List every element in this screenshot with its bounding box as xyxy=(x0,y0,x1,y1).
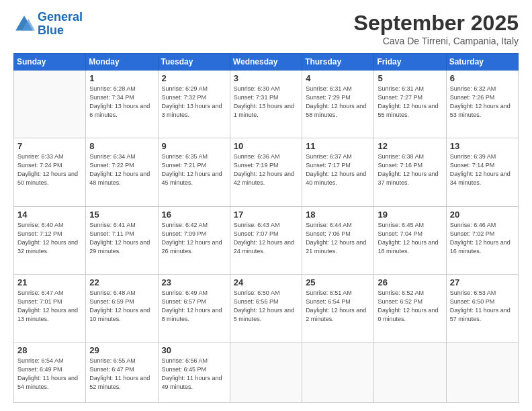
month-title: September 2025 xyxy=(354,11,519,36)
day-info: Sunrise: 6:42 AM Sunset: 7:09 PM Dayligh… xyxy=(162,221,226,256)
calendar-cell: 1Sunrise: 6:28 AM Sunset: 7:34 PM Daylig… xyxy=(86,71,158,138)
calendar-cell: 3Sunrise: 6:30 AM Sunset: 7:31 PM Daylig… xyxy=(230,71,302,138)
calendar-cell: 28Sunrise: 6:54 AM Sunset: 6:49 PM Dayli… xyxy=(14,342,86,403)
calendar-cell: 8Sunrise: 6:34 AM Sunset: 7:22 PM Daylig… xyxy=(86,138,158,206)
day-number: 1 xyxy=(89,73,154,83)
day-info: Sunrise: 6:46 AM Sunset: 7:02 PM Dayligh… xyxy=(450,221,515,256)
day-number: 12 xyxy=(378,141,442,151)
calendar-cell xyxy=(230,342,302,403)
calendar-cell: 22Sunrise: 6:48 AM Sunset: 6:59 PM Dayli… xyxy=(86,274,158,342)
calendar-cell: 17Sunrise: 6:43 AM Sunset: 7:07 PM Dayli… xyxy=(230,206,302,274)
calendar-cell: 4Sunrise: 6:31 AM Sunset: 7:29 PM Daylig… xyxy=(302,71,374,138)
day-number: 23 xyxy=(162,277,226,287)
day-number: 8 xyxy=(89,141,154,151)
col-friday: Friday xyxy=(374,54,446,71)
day-info: Sunrise: 6:41 AM Sunset: 7:11 PM Dayligh… xyxy=(89,221,154,256)
calendar-cell: 25Sunrise: 6:51 AM Sunset: 6:54 PM Dayli… xyxy=(302,274,374,342)
header: General Blue September 2025 Cava De Tirr… xyxy=(13,11,519,46)
location: Cava De Tirreni, Campania, Italy xyxy=(354,36,519,46)
header-row: Sunday Monday Tuesday Wednesday Thursday… xyxy=(14,54,519,71)
day-number: 26 xyxy=(378,277,442,287)
calendar-cell: 6Sunrise: 6:32 AM Sunset: 7:26 PM Daylig… xyxy=(446,71,518,138)
day-number: 7 xyxy=(17,141,82,151)
calendar-cell: 16Sunrise: 6:42 AM Sunset: 7:09 PM Dayli… xyxy=(158,206,230,274)
day-number: 20 xyxy=(450,210,515,220)
day-info: Sunrise: 6:37 AM Sunset: 7:17 PM Dayligh… xyxy=(306,152,370,187)
day-info: Sunrise: 6:40 AM Sunset: 7:12 PM Dayligh… xyxy=(17,221,82,256)
calendar-cell: 7Sunrise: 6:33 AM Sunset: 7:24 PM Daylig… xyxy=(14,138,86,206)
day-info: Sunrise: 6:29 AM Sunset: 7:32 PM Dayligh… xyxy=(162,85,226,120)
col-tuesday: Tuesday xyxy=(158,54,230,71)
day-number: 19 xyxy=(378,210,442,220)
day-info: Sunrise: 6:50 AM Sunset: 6:56 PM Dayligh… xyxy=(234,289,298,324)
day-info: Sunrise: 6:36 AM Sunset: 7:19 PM Dayligh… xyxy=(234,152,298,187)
calendar-cell xyxy=(446,342,518,403)
day-number: 15 xyxy=(89,210,154,220)
day-info: Sunrise: 6:48 AM Sunset: 6:59 PM Dayligh… xyxy=(89,289,154,324)
day-number: 2 xyxy=(162,73,226,83)
day-info: Sunrise: 6:47 AM Sunset: 7:01 PM Dayligh… xyxy=(17,289,82,324)
calendar: Sunday Monday Tuesday Wednesday Thursday… xyxy=(13,53,519,403)
day-info: Sunrise: 6:56 AM Sunset: 6:45 PM Dayligh… xyxy=(162,357,226,392)
day-number: 3 xyxy=(234,73,298,83)
day-number: 18 xyxy=(306,210,370,220)
page: General Blue September 2025 Cava De Tirr… xyxy=(0,0,532,411)
day-info: Sunrise: 6:39 AM Sunset: 7:14 PM Dayligh… xyxy=(450,152,515,187)
day-info: Sunrise: 6:54 AM Sunset: 6:49 PM Dayligh… xyxy=(17,357,82,392)
day-number: 27 xyxy=(450,277,515,287)
day-info: Sunrise: 6:31 AM Sunset: 7:29 PM Dayligh… xyxy=(306,85,370,120)
calendar-cell: 14Sunrise: 6:40 AM Sunset: 7:12 PM Dayli… xyxy=(14,206,86,274)
day-info: Sunrise: 6:35 AM Sunset: 7:21 PM Dayligh… xyxy=(162,152,226,187)
calendar-cell: 26Sunrise: 6:52 AM Sunset: 6:52 PM Dayli… xyxy=(374,274,446,342)
day-number: 4 xyxy=(306,73,370,83)
calendar-cell: 12Sunrise: 6:38 AM Sunset: 7:16 PM Dayli… xyxy=(374,138,446,206)
calendar-cell: 15Sunrise: 6:41 AM Sunset: 7:11 PM Dayli… xyxy=(86,206,158,274)
calendar-cell: 13Sunrise: 6:39 AM Sunset: 7:14 PM Dayli… xyxy=(446,138,518,206)
calendar-cell: 18Sunrise: 6:44 AM Sunset: 7:06 PM Dayli… xyxy=(302,206,374,274)
calendar-cell: 5Sunrise: 6:31 AM Sunset: 7:27 PM Daylig… xyxy=(374,71,446,138)
calendar-cell: 21Sunrise: 6:47 AM Sunset: 7:01 PM Dayli… xyxy=(14,274,86,342)
col-wednesday: Wednesday xyxy=(230,54,302,71)
day-info: Sunrise: 6:52 AM Sunset: 6:52 PM Dayligh… xyxy=(378,289,442,324)
day-number: 21 xyxy=(17,277,82,287)
day-number: 28 xyxy=(17,345,82,355)
calendar-cell: 29Sunrise: 6:55 AM Sunset: 6:47 PM Dayli… xyxy=(86,342,158,403)
day-number: 14 xyxy=(17,210,82,220)
day-info: Sunrise: 6:45 AM Sunset: 7:04 PM Dayligh… xyxy=(378,221,442,256)
calendar-cell: 20Sunrise: 6:46 AM Sunset: 7:02 PM Dayli… xyxy=(446,206,518,274)
day-info: Sunrise: 6:53 AM Sunset: 6:50 PM Dayligh… xyxy=(450,289,515,324)
calendar-cell xyxy=(14,71,86,138)
day-info: Sunrise: 6:30 AM Sunset: 7:31 PM Dayligh… xyxy=(234,85,298,120)
calendar-cell xyxy=(302,342,374,403)
day-number: 11 xyxy=(306,141,370,151)
day-number: 29 xyxy=(89,345,154,355)
calendar-cell: 19Sunrise: 6:45 AM Sunset: 7:04 PM Dayli… xyxy=(374,206,446,274)
logo-text: General Blue xyxy=(38,11,83,38)
day-info: Sunrise: 6:33 AM Sunset: 7:24 PM Dayligh… xyxy=(17,152,82,187)
day-number: 10 xyxy=(234,141,298,151)
day-number: 6 xyxy=(450,73,515,83)
calendar-cell xyxy=(374,342,446,403)
calendar-cell: 27Sunrise: 6:53 AM Sunset: 6:50 PM Dayli… xyxy=(446,274,518,342)
calendar-cell: 30Sunrise: 6:56 AM Sunset: 6:45 PM Dayli… xyxy=(158,342,230,403)
day-info: Sunrise: 6:51 AM Sunset: 6:54 PM Dayligh… xyxy=(306,289,370,324)
day-number: 13 xyxy=(450,141,515,151)
day-info: Sunrise: 6:44 AM Sunset: 7:06 PM Dayligh… xyxy=(306,221,370,256)
day-info: Sunrise: 6:38 AM Sunset: 7:16 PM Dayligh… xyxy=(378,152,442,187)
day-number: 9 xyxy=(162,141,226,151)
col-monday: Monday xyxy=(86,54,158,71)
col-saturday: Saturday xyxy=(446,54,518,71)
day-info: Sunrise: 6:32 AM Sunset: 7:26 PM Dayligh… xyxy=(450,85,515,120)
title-block: September 2025 Cava De Tirreni, Campania… xyxy=(354,11,519,46)
day-number: 25 xyxy=(306,277,370,287)
logo-icon xyxy=(13,13,35,35)
day-number: 24 xyxy=(234,277,298,287)
day-info: Sunrise: 6:31 AM Sunset: 7:27 PM Dayligh… xyxy=(378,85,442,120)
calendar-cell: 11Sunrise: 6:37 AM Sunset: 7:17 PM Dayli… xyxy=(302,138,374,206)
calendar-cell: 23Sunrise: 6:49 AM Sunset: 6:57 PM Dayli… xyxy=(158,274,230,342)
day-info: Sunrise: 6:55 AM Sunset: 6:47 PM Dayligh… xyxy=(89,357,154,392)
calendar-cell: 2Sunrise: 6:29 AM Sunset: 7:32 PM Daylig… xyxy=(158,71,230,138)
logo-line2: Blue xyxy=(38,24,64,37)
day-info: Sunrise: 6:49 AM Sunset: 6:57 PM Dayligh… xyxy=(162,289,226,324)
calendar-cell: 10Sunrise: 6:36 AM Sunset: 7:19 PM Dayli… xyxy=(230,138,302,206)
